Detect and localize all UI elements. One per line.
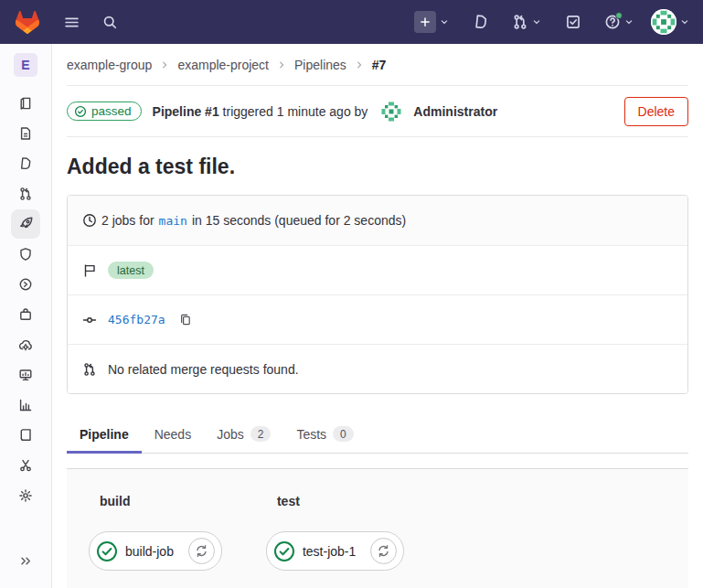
gitlab-logo[interactable] xyxy=(7,4,48,40)
book-icon xyxy=(18,428,33,443)
chevron-down-icon xyxy=(679,16,690,27)
left-sidebar: E xyxy=(0,44,52,588)
sidebar-item-repository[interactable] xyxy=(11,118,41,148)
tab-pipeline[interactable]: Pipeline xyxy=(67,418,142,454)
search-icon[interactable] xyxy=(95,7,124,37)
sidebar-item-wiki[interactable] xyxy=(11,420,41,450)
job-pill-build-job[interactable]: build-job xyxy=(89,531,222,571)
double-chevron-right-icon xyxy=(19,554,33,568)
todo-list-icon[interactable] xyxy=(559,7,588,37)
pipeline-status-row: passed Pipeline #1 triggered 1 minute ag… xyxy=(67,86,688,137)
retry-job-button[interactable] xyxy=(370,538,397,564)
breadcrumb-pipelines[interactable]: Pipelines xyxy=(294,58,346,72)
jobs-count-text: 2 jobs for xyxy=(101,213,154,228)
sidebar-item-deployments[interactable] xyxy=(11,269,41,299)
file-icon xyxy=(18,126,33,141)
sidebar-item-infrastructure[interactable] xyxy=(11,329,41,359)
chevron-down-icon xyxy=(439,16,450,27)
tab-needs[interactable]: Needs xyxy=(142,418,204,454)
gear-icon xyxy=(18,488,33,503)
scissors-icon xyxy=(18,458,33,473)
sidebar-nav xyxy=(11,88,41,510)
commit-icon xyxy=(82,313,97,327)
merge-request-icon xyxy=(512,14,528,30)
stage-name: test xyxy=(277,494,404,508)
copy-icon xyxy=(178,313,192,326)
breadcrumb-group[interactable]: example-group xyxy=(67,58,152,72)
pipeline-graph: build build-job test test- xyxy=(67,468,688,588)
chevron-down-icon xyxy=(623,16,634,27)
chevron-right-icon xyxy=(277,60,286,69)
sidebar-item-settings[interactable] xyxy=(11,480,41,510)
new-plus-menu[interactable] xyxy=(414,11,450,33)
tab-label: Pipeline xyxy=(80,427,129,442)
tanuki-icon xyxy=(16,11,39,34)
hamburger-menu-icon[interactable] xyxy=(57,7,86,37)
plus-icon xyxy=(414,11,436,33)
stage-build: build build-job xyxy=(89,494,222,587)
tab-label: Jobs xyxy=(217,427,244,442)
triggerer-avatar[interactable] xyxy=(380,101,402,123)
triggered-text: triggered 1 minute ago by xyxy=(223,104,368,119)
sidebar-item-merge-requests[interactable] xyxy=(11,178,41,208)
collapse-sidebar-button[interactable] xyxy=(11,546,40,575)
job-name: build-job xyxy=(125,544,174,559)
delete-button[interactable]: Delete xyxy=(624,97,688,126)
breadcrumb: example-group example-project Pipelines … xyxy=(67,44,688,86)
sidebar-item-ci-cd[interactable] xyxy=(11,209,40,239)
no-merge-requests-text: No related merge requests found. xyxy=(108,362,299,377)
breadcrumb-current: #7 xyxy=(372,58,387,72)
merge-requests-menu[interactable] xyxy=(512,14,542,30)
top-navbar xyxy=(0,0,703,44)
tab-tests[interactable]: Tests 0 xyxy=(283,418,366,454)
sidebar-item-issues[interactable] xyxy=(11,148,41,178)
merge-request-icon xyxy=(18,187,33,201)
status-badge-label: passed xyxy=(91,104,132,118)
breadcrumb-project[interactable]: example-project xyxy=(177,58,269,72)
tab-label: Needs xyxy=(154,427,191,442)
copy-sha-button[interactable] xyxy=(178,313,192,326)
commit-sha-link[interactable]: 456fb27a xyxy=(108,313,165,326)
flag-icon xyxy=(82,263,97,278)
retry-job-button[interactable] xyxy=(188,538,215,564)
jobs-summary-row: 2 jobs for main in 15 seconds (queued fo… xyxy=(68,196,687,245)
job-name: test-job-1 xyxy=(303,544,356,559)
stage-test: test test-job-1 xyxy=(266,494,404,587)
sidebar-item-packages[interactable] xyxy=(11,299,41,329)
chevron-right-icon xyxy=(160,60,169,69)
tab-jobs[interactable]: Jobs 2 xyxy=(204,418,283,454)
sidebar-item-project-information[interactable] xyxy=(11,88,41,118)
commit-title: Added a test file. xyxy=(67,155,688,179)
pipeline-info-card: 2 jobs for main in 15 seconds (queued fo… xyxy=(67,195,688,394)
help-menu[interactable] xyxy=(604,14,634,30)
rocket-icon xyxy=(18,216,34,231)
cloud-gear-icon xyxy=(18,337,33,352)
chevron-right-icon xyxy=(355,60,364,69)
issues-icon[interactable] xyxy=(466,7,495,37)
jobs-count-badge: 2 xyxy=(250,426,272,442)
sidebar-item-snippets[interactable] xyxy=(11,450,41,480)
sidebar-item-analytics[interactable] xyxy=(11,390,41,420)
status-badge: passed xyxy=(67,102,142,121)
branch-link[interactable]: main xyxy=(159,214,187,228)
jobs-duration-text: in 15 seconds (queued for 2 seconds) xyxy=(192,213,406,228)
status-passed-icon xyxy=(96,540,118,562)
triggerer-name[interactable]: Administrator xyxy=(413,104,497,119)
check-circle-icon xyxy=(74,105,87,118)
notification-dot xyxy=(615,12,623,19)
stage-name: build xyxy=(100,494,222,508)
job-pill-test-job-1[interactable]: test-job-1 xyxy=(266,531,404,571)
user-menu[interactable] xyxy=(651,9,690,35)
issues-icon xyxy=(17,155,34,172)
project-avatar[interactable]: E xyxy=(14,53,37,77)
retry-icon xyxy=(377,544,390,558)
retry-icon xyxy=(195,544,208,558)
commit-sha-row: 456fb27a xyxy=(68,294,687,344)
status-passed-icon xyxy=(273,540,295,562)
deploy-icon xyxy=(18,277,33,292)
user-avatar xyxy=(651,9,676,35)
chart-icon xyxy=(18,398,33,412)
sidebar-item-security[interactable] xyxy=(11,239,41,269)
sidebar-item-monitor[interactable] xyxy=(11,359,41,390)
related-mr-row: No related merge requests found. xyxy=(68,344,687,393)
